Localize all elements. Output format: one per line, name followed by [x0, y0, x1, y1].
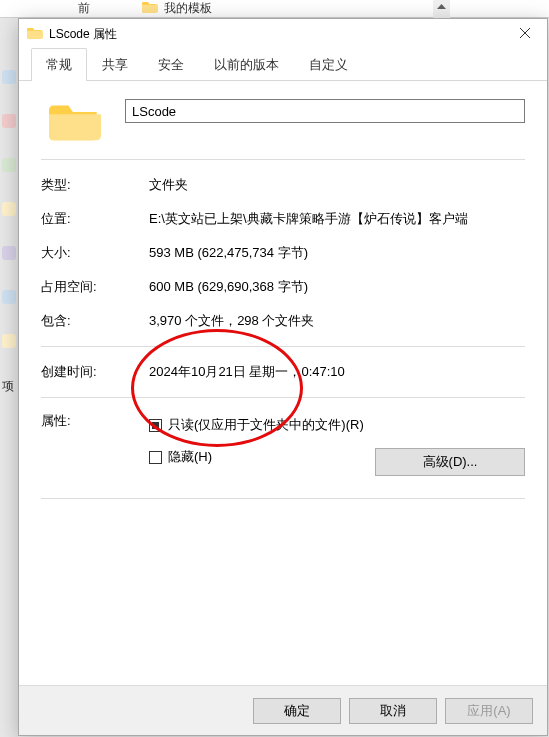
cancel-button[interactable]: 取消	[349, 698, 437, 724]
bg-prev-item: 前	[78, 0, 90, 17]
bg-pip	[2, 246, 16, 260]
checkbox-empty-icon	[149, 451, 162, 464]
general-panel: 类型: 文件夹 位置: E:\英文站已上架\典藏卡牌策略手游【炉石传说】客户端 …	[19, 81, 547, 685]
close-button[interactable]	[502, 19, 547, 49]
readonly-checkbox-label: 只读(仅应用于文件夹中的文件)(R)	[168, 416, 364, 434]
tab-previous-versions[interactable]: 以前的版本	[199, 48, 294, 80]
apply-button[interactable]: 应用(A)	[445, 698, 533, 724]
size-value: 593 MB (622,475,734 字节)	[149, 244, 525, 262]
bg-pip	[2, 70, 16, 84]
left-edge-strip: 项	[0, 0, 18, 737]
tab-general[interactable]: 常规	[31, 48, 87, 80]
folder-icon	[49, 99, 101, 145]
created-value: 2024年10月21日 星期一，0:47:10	[149, 363, 525, 381]
background-listview-row: 前 我的模板	[0, 0, 549, 18]
location-label: 位置:	[41, 210, 149, 228]
folder-icon	[27, 26, 43, 42]
location-value: E:\英文站已上架\典藏卡牌策略手游【炉石传说】客户端	[149, 210, 525, 228]
bg-pip	[2, 334, 16, 348]
size-on-disk-value: 600 MB (629,690,368 字节)	[149, 278, 525, 296]
tabstrip: 常规 共享 安全 以前的版本 自定义	[19, 49, 547, 81]
tab-sharing[interactable]: 共享	[87, 48, 143, 80]
dialog-title: LScode 属性	[49, 26, 502, 43]
bg-option-label: 项	[2, 378, 16, 395]
bg-pip	[2, 158, 16, 172]
bg-pip	[2, 114, 16, 128]
scroll-up-icon[interactable]	[433, 0, 450, 18]
advanced-button[interactable]: 高级(D)...	[375, 448, 525, 476]
bg-pip	[2, 202, 16, 216]
contains-label: 包含:	[41, 312, 149, 330]
folder-name-input[interactable]	[125, 99, 525, 123]
close-icon	[520, 27, 530, 41]
readonly-checkbox-row[interactable]: 只读(仅应用于文件夹中的文件)(R)	[149, 416, 525, 434]
hidden-checkbox-label: 隐藏(H)	[168, 448, 212, 466]
attributes-label: 属性:	[41, 412, 149, 476]
properties-dialog: LScode 属性 常规 共享 安全 以前的版本 自定义 类型: 文件夹 位置:…	[18, 18, 548, 736]
separator	[41, 397, 525, 398]
size-on-disk-label: 占用空间:	[41, 278, 149, 296]
tab-customize[interactable]: 自定义	[294, 48, 363, 80]
separator	[41, 498, 525, 499]
size-label: 大小:	[41, 244, 149, 262]
bg-pip	[2, 290, 16, 304]
bg-tree-item: 我的模板	[164, 0, 212, 17]
separator	[41, 159, 525, 160]
dialog-footer: 确定 取消 应用(A)	[19, 685, 547, 735]
checkbox-indeterminate-icon	[149, 419, 162, 432]
tab-security[interactable]: 安全	[143, 48, 199, 80]
titlebar: LScode 属性	[19, 19, 547, 49]
ok-button[interactable]: 确定	[253, 698, 341, 724]
separator	[41, 346, 525, 347]
type-label: 类型:	[41, 176, 149, 194]
type-value: 文件夹	[149, 176, 525, 194]
created-label: 创建时间:	[41, 363, 149, 381]
folder-icon	[142, 0, 158, 14]
hidden-checkbox-row[interactable]: 隐藏(H)	[149, 448, 212, 466]
contains-value: 3,970 个文件，298 个文件夹	[149, 312, 525, 330]
